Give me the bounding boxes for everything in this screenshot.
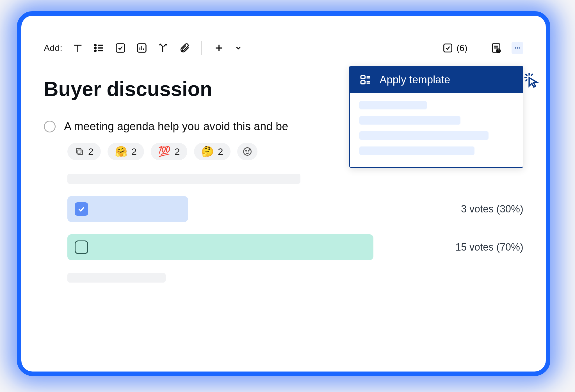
svg-point-2 xyxy=(95,47,96,49)
checkbox-icon[interactable] xyxy=(115,42,126,54)
poll-option-2: 15 votes (70%) xyxy=(67,234,523,260)
svg-line-29 xyxy=(531,74,533,76)
toolbar-add-label: Add: xyxy=(44,43,62,53)
svg-point-12 xyxy=(515,47,516,49)
toolbar: Add: (6) xyxy=(44,41,523,55)
svg-line-28 xyxy=(526,74,528,76)
poll-votes-1: 3 votes (30%) xyxy=(461,203,523,215)
toolbar-divider xyxy=(202,41,202,55)
reaction-count: 2 xyxy=(131,146,137,157)
app-window: Add: (6) xyxy=(17,11,550,376)
more-dropdown: Apply template xyxy=(349,66,523,168)
poll-option-1: 3 votes (30%) xyxy=(67,196,523,222)
svg-rect-20 xyxy=(361,75,365,79)
placeholder-line xyxy=(67,174,300,184)
apply-template-label: Apply template xyxy=(380,74,450,86)
private-notes-icon[interactable] xyxy=(490,42,502,54)
svg-rect-15 xyxy=(78,150,83,155)
reaction-copy[interactable]: 2 xyxy=(67,143,101,160)
svg-point-14 xyxy=(519,47,520,49)
svg-point-0 xyxy=(95,45,96,46)
dropdown-skel xyxy=(359,131,489,140)
poll-bar-1[interactable] xyxy=(67,196,188,222)
svg-rect-6 xyxy=(116,44,125,52)
task-count-value: (6) xyxy=(457,43,467,53)
text-icon[interactable] xyxy=(72,42,84,54)
copy-icon xyxy=(75,147,84,156)
agenda-bullet[interactable] xyxy=(44,121,56,132)
dropdown-skel xyxy=(359,146,474,155)
reaction-count: 2 xyxy=(218,146,223,157)
dropdown-placeholder-body xyxy=(350,93,523,167)
cursor-click-icon xyxy=(523,72,540,89)
svg-point-19 xyxy=(248,150,249,151)
agenda-text: A meeting agenda help you avoid this and… xyxy=(64,120,288,133)
svg-point-4 xyxy=(95,50,96,52)
poll-checkbox-checked[interactable] xyxy=(75,202,88,216)
svg-rect-8 xyxy=(444,44,452,52)
hug-emoji: 🤗 xyxy=(115,146,127,157)
chevron-down-icon[interactable] xyxy=(234,42,242,54)
svg-line-30 xyxy=(526,79,528,81)
task-icon xyxy=(442,42,454,54)
100-emoji: 💯 xyxy=(158,146,171,157)
reaction-count: 2 xyxy=(175,146,180,157)
add-reaction-button[interactable] xyxy=(237,143,257,160)
reaction-hug[interactable]: 🤗 2 xyxy=(108,143,144,160)
task-count[interactable]: (6) xyxy=(442,42,467,54)
think-emoji: 🤔 xyxy=(201,146,214,157)
apply-template-item[interactable]: Apply template xyxy=(350,66,523,93)
poll-bar-2[interactable] xyxy=(67,234,373,260)
fork-icon[interactable] xyxy=(157,42,169,54)
placeholder-line-2 xyxy=(67,273,166,283)
list-icon[interactable] xyxy=(93,42,105,54)
poll-votes-2: 15 votes (70%) xyxy=(455,241,523,253)
dropdown-skel xyxy=(359,101,427,109)
reaction-count: 2 xyxy=(88,146,93,157)
template-icon xyxy=(359,74,372,86)
poll-checkbox-empty[interactable] xyxy=(75,240,88,254)
svg-rect-16 xyxy=(76,148,81,153)
reaction-thinking[interactable]: 🤔 2 xyxy=(194,143,231,160)
dropdown-skel xyxy=(359,116,460,125)
toolbar-divider-2 xyxy=(479,41,479,55)
svg-point-18 xyxy=(246,150,247,151)
reaction-100[interactable]: 💯 2 xyxy=(151,143,187,160)
more-icon[interactable] xyxy=(512,42,523,54)
add-reaction-icon xyxy=(242,146,252,157)
svg-rect-23 xyxy=(361,81,365,84)
chart-icon[interactable] xyxy=(136,42,148,54)
svg-point-13 xyxy=(517,47,518,49)
paperclip-icon[interactable] xyxy=(179,42,190,54)
plus-icon[interactable] xyxy=(213,42,225,54)
